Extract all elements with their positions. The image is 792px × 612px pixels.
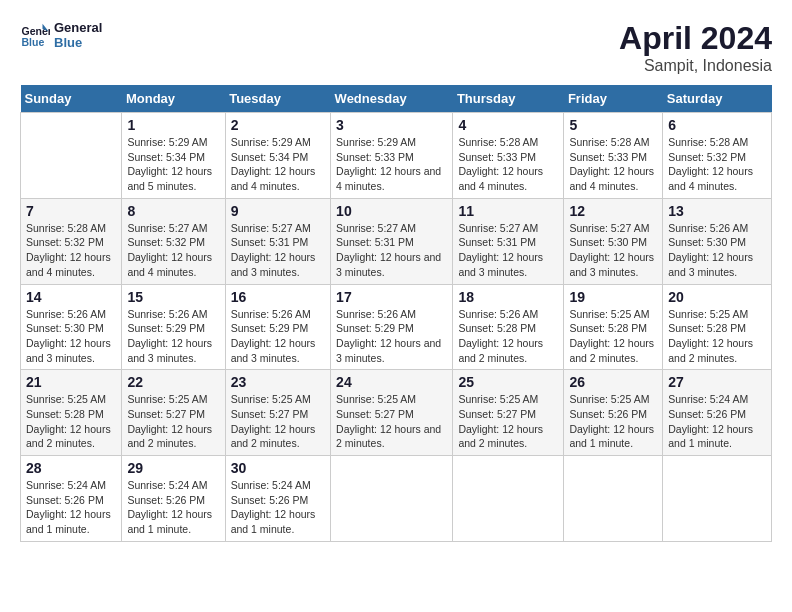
day-info: Sunrise: 5:26 AM Sunset: 5:29 PM Dayligh… <box>231 307 325 366</box>
day-cell: 17Sunrise: 5:26 AM Sunset: 5:29 PM Dayli… <box>331 284 453 370</box>
day-info: Sunrise: 5:29 AM Sunset: 5:33 PM Dayligh… <box>336 135 447 194</box>
day-cell: 7Sunrise: 5:28 AM Sunset: 5:32 PM Daylig… <box>21 198 122 284</box>
title-block: April 2024 Sampit, Indonesia <box>619 20 772 75</box>
day-info: Sunrise: 5:26 AM Sunset: 5:29 PM Dayligh… <box>127 307 219 366</box>
day-info: Sunrise: 5:27 AM Sunset: 5:32 PM Dayligh… <box>127 221 219 280</box>
day-info: Sunrise: 5:25 AM Sunset: 5:27 PM Dayligh… <box>336 392 447 451</box>
day-number: 24 <box>336 374 447 390</box>
day-number: 23 <box>231 374 325 390</box>
day-info: Sunrise: 5:26 AM Sunset: 5:30 PM Dayligh… <box>668 221 766 280</box>
week-row-5: 28Sunrise: 5:24 AM Sunset: 5:26 PM Dayli… <box>21 456 772 542</box>
day-cell: 2Sunrise: 5:29 AM Sunset: 5:34 PM Daylig… <box>225 113 330 199</box>
day-info: Sunrise: 5:25 AM Sunset: 5:27 PM Dayligh… <box>127 392 219 451</box>
day-info: Sunrise: 5:29 AM Sunset: 5:34 PM Dayligh… <box>127 135 219 194</box>
day-cell: 12Sunrise: 5:27 AM Sunset: 5:30 PM Dayli… <box>564 198 663 284</box>
logo-line2: Blue <box>54 35 102 50</box>
day-info: Sunrise: 5:29 AM Sunset: 5:34 PM Dayligh… <box>231 135 325 194</box>
day-cell <box>564 456 663 542</box>
day-cell: 14Sunrise: 5:26 AM Sunset: 5:30 PM Dayli… <box>21 284 122 370</box>
day-cell <box>453 456 564 542</box>
day-info: Sunrise: 5:28 AM Sunset: 5:33 PM Dayligh… <box>569 135 657 194</box>
day-number: 3 <box>336 117 447 133</box>
day-number: 22 <box>127 374 219 390</box>
day-cell: 9Sunrise: 5:27 AM Sunset: 5:31 PM Daylig… <box>225 198 330 284</box>
day-number: 9 <box>231 203 325 219</box>
day-info: Sunrise: 5:27 AM Sunset: 5:31 PM Dayligh… <box>336 221 447 280</box>
day-number: 14 <box>26 289 116 305</box>
day-cell: 4Sunrise: 5:28 AM Sunset: 5:33 PM Daylig… <box>453 113 564 199</box>
day-cell: 8Sunrise: 5:27 AM Sunset: 5:32 PM Daylig… <box>122 198 225 284</box>
day-cell: 18Sunrise: 5:26 AM Sunset: 5:28 PM Dayli… <box>453 284 564 370</box>
column-header-monday: Monday <box>122 85 225 113</box>
day-info: Sunrise: 5:24 AM Sunset: 5:26 PM Dayligh… <box>127 478 219 537</box>
day-cell <box>663 456 772 542</box>
day-cell <box>331 456 453 542</box>
column-header-sunday: Sunday <box>21 85 122 113</box>
day-number: 28 <box>26 460 116 476</box>
day-number: 5 <box>569 117 657 133</box>
day-number: 26 <box>569 374 657 390</box>
day-number: 21 <box>26 374 116 390</box>
day-number: 7 <box>26 203 116 219</box>
column-header-thursday: Thursday <box>453 85 564 113</box>
day-info: Sunrise: 5:25 AM Sunset: 5:28 PM Dayligh… <box>668 307 766 366</box>
day-number: 15 <box>127 289 219 305</box>
day-info: Sunrise: 5:26 AM Sunset: 5:30 PM Dayligh… <box>26 307 116 366</box>
main-title: April 2024 <box>619 20 772 57</box>
day-cell: 11Sunrise: 5:27 AM Sunset: 5:31 PM Dayli… <box>453 198 564 284</box>
day-info: Sunrise: 5:25 AM Sunset: 5:27 PM Dayligh… <box>231 392 325 451</box>
day-info: Sunrise: 5:28 AM Sunset: 5:32 PM Dayligh… <box>26 221 116 280</box>
day-number: 16 <box>231 289 325 305</box>
day-info: Sunrise: 5:28 AM Sunset: 5:33 PM Dayligh… <box>458 135 558 194</box>
day-cell: 5Sunrise: 5:28 AM Sunset: 5:33 PM Daylig… <box>564 113 663 199</box>
day-number: 8 <box>127 203 219 219</box>
day-info: Sunrise: 5:25 AM Sunset: 5:28 PM Dayligh… <box>26 392 116 451</box>
day-cell: 13Sunrise: 5:26 AM Sunset: 5:30 PM Dayli… <box>663 198 772 284</box>
day-number: 12 <box>569 203 657 219</box>
day-number: 30 <box>231 460 325 476</box>
day-info: Sunrise: 5:25 AM Sunset: 5:26 PM Dayligh… <box>569 392 657 451</box>
day-info: Sunrise: 5:25 AM Sunset: 5:27 PM Dayligh… <box>458 392 558 451</box>
page-header: General Blue General Blue April 2024 Sam… <box>20 20 772 75</box>
day-number: 17 <box>336 289 447 305</box>
day-info: Sunrise: 5:24 AM Sunset: 5:26 PM Dayligh… <box>26 478 116 537</box>
subtitle: Sampit, Indonesia <box>619 57 772 75</box>
day-number: 1 <box>127 117 219 133</box>
day-number: 6 <box>668 117 766 133</box>
day-cell: 23Sunrise: 5:25 AM Sunset: 5:27 PM Dayli… <box>225 370 330 456</box>
day-cell: 26Sunrise: 5:25 AM Sunset: 5:26 PM Dayli… <box>564 370 663 456</box>
week-row-4: 21Sunrise: 5:25 AM Sunset: 5:28 PM Dayli… <box>21 370 772 456</box>
logo-line1: General <box>54 20 102 35</box>
day-cell: 15Sunrise: 5:26 AM Sunset: 5:29 PM Dayli… <box>122 284 225 370</box>
day-cell: 3Sunrise: 5:29 AM Sunset: 5:33 PM Daylig… <box>331 113 453 199</box>
day-info: Sunrise: 5:25 AM Sunset: 5:28 PM Dayligh… <box>569 307 657 366</box>
day-cell: 27Sunrise: 5:24 AM Sunset: 5:26 PM Dayli… <box>663 370 772 456</box>
day-number: 13 <box>668 203 766 219</box>
day-info: Sunrise: 5:27 AM Sunset: 5:31 PM Dayligh… <box>458 221 558 280</box>
logo: General Blue General Blue <box>20 20 102 50</box>
week-row-3: 14Sunrise: 5:26 AM Sunset: 5:30 PM Dayli… <box>21 284 772 370</box>
week-row-2: 7Sunrise: 5:28 AM Sunset: 5:32 PM Daylig… <box>21 198 772 284</box>
week-row-1: 1Sunrise: 5:29 AM Sunset: 5:34 PM Daylig… <box>21 113 772 199</box>
day-cell: 16Sunrise: 5:26 AM Sunset: 5:29 PM Dayli… <box>225 284 330 370</box>
day-cell: 19Sunrise: 5:25 AM Sunset: 5:28 PM Dayli… <box>564 284 663 370</box>
day-number: 11 <box>458 203 558 219</box>
day-cell: 10Sunrise: 5:27 AM Sunset: 5:31 PM Dayli… <box>331 198 453 284</box>
column-header-tuesday: Tuesday <box>225 85 330 113</box>
day-info: Sunrise: 5:26 AM Sunset: 5:28 PM Dayligh… <box>458 307 558 366</box>
day-info: Sunrise: 5:27 AM Sunset: 5:30 PM Dayligh… <box>569 221 657 280</box>
day-number: 10 <box>336 203 447 219</box>
day-number: 4 <box>458 117 558 133</box>
column-header-friday: Friday <box>564 85 663 113</box>
day-cell: 20Sunrise: 5:25 AM Sunset: 5:28 PM Dayli… <box>663 284 772 370</box>
day-info: Sunrise: 5:24 AM Sunset: 5:26 PM Dayligh… <box>668 392 766 451</box>
day-info: Sunrise: 5:27 AM Sunset: 5:31 PM Dayligh… <box>231 221 325 280</box>
day-number: 29 <box>127 460 219 476</box>
day-cell: 24Sunrise: 5:25 AM Sunset: 5:27 PM Dayli… <box>331 370 453 456</box>
day-info: Sunrise: 5:26 AM Sunset: 5:29 PM Dayligh… <box>336 307 447 366</box>
day-cell: 25Sunrise: 5:25 AM Sunset: 5:27 PM Dayli… <box>453 370 564 456</box>
day-cell <box>21 113 122 199</box>
column-header-saturday: Saturday <box>663 85 772 113</box>
day-number: 18 <box>458 289 558 305</box>
day-number: 20 <box>668 289 766 305</box>
